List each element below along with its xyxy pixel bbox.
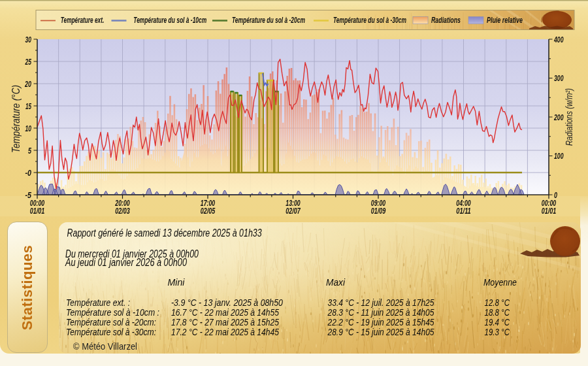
svg-text:Mini: Mini	[168, 276, 186, 288]
svg-text:300: 300	[554, 73, 564, 83]
svg-text:5: 5	[28, 146, 31, 156]
svg-text:400: 400	[553, 35, 563, 44]
svg-text:30: 30	[25, 35, 32, 44]
svg-text:Température ext.: Température ext.	[61, 16, 105, 25]
svg-text:19.3 °C: 19.3 °C	[485, 326, 510, 337]
svg-text:100: 100	[554, 151, 564, 161]
svg-text:12.8 °C: 12.8 °C	[485, 297, 510, 308]
svg-text:Radiations (w/m²): Radiations (w/m²)	[564, 88, 574, 146]
svg-text:02/05: 02/05	[201, 206, 216, 216]
svg-text:25: 25	[25, 57, 31, 67]
svg-text:01/01: 01/01	[30, 206, 45, 216]
svg-text:© Météo Villarzel: © Météo Villarzel	[73, 341, 137, 352]
svg-text:01/01: 01/01	[542, 206, 557, 216]
svg-text:-3.9 °C - 13 janv. 2025 à 08h5: -3.9 °C - 13 janv. 2025 à 08h50	[171, 297, 284, 308]
svg-text:02/07: 02/07	[286, 206, 301, 216]
svg-text:Maxi: Maxi	[326, 276, 346, 288]
svg-text:02/03: 02/03	[115, 206, 130, 216]
svg-text:15: 15	[25, 101, 31, 111]
svg-text:Température du sol à -20cm: Température du sol à -20cm	[232, 16, 305, 25]
svg-text:33.4 °C - 12 juil. 2025 à 17h2: 33.4 °C - 12 juil. 2025 à 17h25	[328, 297, 435, 308]
svg-text:Radiations: Radiations	[431, 16, 461, 25]
svg-text:Température sol à -30cm:: Température sol à -30cm:	[66, 326, 156, 337]
svg-text:-0: -0	[25, 168, 32, 178]
svg-text:Température ext. :: Température ext. :	[66, 297, 130, 308]
svg-text:Température du sol à -10cm: Température du sol à -10cm	[133, 16, 206, 25]
svg-text:28.9 °C - 15 juin 2025 à 14h05: 28.9 °C - 15 juin 2025 à 14h05	[327, 326, 434, 337]
svg-text:Rapport généré le samedi 13 dé: Rapport généré le samedi 13 décembre 202…	[67, 227, 262, 239]
svg-text:Température (°C): Température (°C)	[10, 85, 22, 153]
svg-text:Pluie relative: Pluie relative	[487, 16, 523, 25]
svg-text:01/11: 01/11	[456, 206, 471, 216]
svg-text:Moyenne: Moyenne	[483, 276, 517, 288]
svg-text:17.2 °C - 22 mai 2025 à 14h45: 17.2 °C - 22 mai 2025 à 14h45	[171, 326, 280, 337]
svg-text:01/09: 01/09	[371, 206, 386, 216]
svg-text:10: 10	[25, 124, 32, 133]
svg-text:20: 20	[24, 79, 31, 89]
svg-text:200: 200	[553, 112, 563, 122]
svg-text:Au jeudi 01 janvier 2026 à 00h: Au jeudi 01 janvier 2026 à 00h00	[65, 257, 187, 268]
svg-text:Température du sol à -30cm: Température du sol à -30cm	[333, 16, 406, 25]
